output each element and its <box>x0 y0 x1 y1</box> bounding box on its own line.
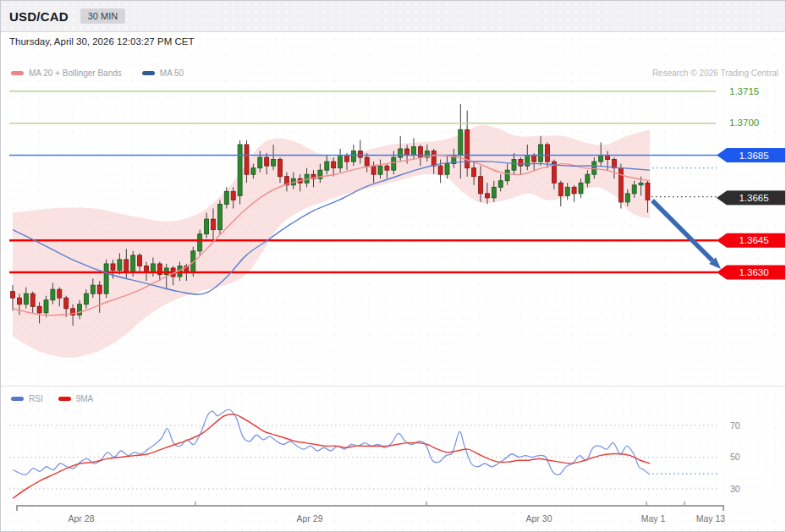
candle-up <box>272 160 276 167</box>
candle-up <box>325 162 329 170</box>
candle-down <box>365 157 369 166</box>
candle-up <box>505 170 509 181</box>
candle-up <box>445 164 449 175</box>
candle-up <box>459 129 463 155</box>
price-tag-1.3645: 1.3645 <box>717 233 786 248</box>
candle-down <box>11 292 15 299</box>
candle-up <box>492 187 496 198</box>
candle-up <box>579 183 583 194</box>
rsi-line <box>13 409 650 474</box>
timeframe-badge[interactable]: 30 MIN <box>80 8 125 24</box>
candle-up <box>625 194 629 202</box>
candle-up <box>151 264 155 272</box>
rsi-9ma-swatch-icon <box>58 397 71 401</box>
svg-text:1.3645: 1.3645 <box>739 235 768 245</box>
rsi-9ma-line <box>13 414 650 499</box>
trading-central-chart-widget: USD/CAD 30 MIN Thursday, April 30, 2026 … <box>0 0 786 532</box>
candle-down <box>124 260 129 272</box>
candle-down <box>64 298 69 309</box>
x-axis-label-apr-29: Apr 29 <box>297 513 323 524</box>
svg-text:1.3665: 1.3665 <box>739 193 768 203</box>
candle-down <box>479 177 483 194</box>
candle-up <box>118 260 122 271</box>
candle-down <box>472 168 476 177</box>
candle-down <box>332 162 336 168</box>
svg-text:1.3630: 1.3630 <box>739 267 768 277</box>
price-tag-1.3685: 1.3685 <box>717 148 786 162</box>
candle-up <box>104 264 108 293</box>
candle-up <box>198 234 202 251</box>
widget-header: USD/CAD 30 MIN <box>1 1 785 32</box>
candle-down <box>212 219 216 230</box>
candle-down <box>572 187 576 194</box>
candle-up <box>498 181 503 188</box>
legend-item-9ma: 9MA <box>58 394 94 403</box>
candle-down <box>646 183 650 200</box>
main-chart-legend: MA 20 + Bollinger Bands MA 50 <box>11 69 184 78</box>
candle-up <box>24 293 28 304</box>
price-label-1.3700: 1.3700 <box>729 118 759 128</box>
bearish-forecast-arrow <box>652 200 721 269</box>
candle-down <box>385 166 389 170</box>
price-label-1.3715: 1.3715 <box>729 86 759 96</box>
candlestick-and-rsi-chart[interactable]: 1.37151.37001.36851.36651.36451.36307050… <box>1 1 786 532</box>
candle-down <box>17 298 21 304</box>
rsi-legend: RSI 9MA <box>11 394 93 403</box>
candle-up <box>398 149 403 157</box>
candle-up <box>238 145 242 195</box>
candle-up <box>351 151 355 162</box>
rsi-swatch-icon <box>11 397 24 401</box>
candle-down <box>37 306 41 313</box>
candle-up <box>78 304 82 315</box>
candle-up <box>592 162 596 174</box>
candle-down <box>30 293 35 306</box>
candle-up <box>539 145 543 162</box>
chart-datetime: Thursday, April 30, 2026 12:03:27 PM CET <box>9 36 194 47</box>
candle-up <box>512 160 516 171</box>
ma50-legend-label: MA 50 <box>160 69 184 78</box>
x-axis-label-apr-28: Apr 28 <box>69 513 95 524</box>
candle-up <box>131 255 135 272</box>
price-tag-1.3630: 1.3630 <box>717 266 786 280</box>
x-axis-label-apr-30: Apr 30 <box>526 513 552 524</box>
candle-down <box>265 157 269 166</box>
candle-down <box>358 151 362 157</box>
candle-down <box>405 149 409 156</box>
candle-down <box>431 151 436 166</box>
ma50-swatch-icon <box>142 71 155 75</box>
legend-item-rsi: RSI <box>11 394 43 403</box>
x-axis-label-may-13: May 13 <box>696 513 726 524</box>
candle-up <box>164 268 168 275</box>
legend-item-ma50: MA 50 <box>142 69 184 78</box>
rsi-legend-label: RSI <box>29 394 43 403</box>
rsi-grid-label-50: 50 <box>730 452 740 462</box>
ma20-bollinger-swatch-icon <box>11 71 24 75</box>
candle-down <box>97 285 102 293</box>
candle-down <box>231 191 235 200</box>
rsi-grid-label-30: 30 <box>730 484 740 494</box>
candle-up <box>251 168 256 175</box>
candle-up <box>44 300 48 313</box>
rsi-grid-label-70: 70 <box>730 420 740 431</box>
candle-down <box>485 194 489 198</box>
ma20-bollinger-legend-label: MA 20 + Bollinger Bands <box>29 69 122 78</box>
candle-down <box>618 168 623 202</box>
candle-up <box>51 289 55 300</box>
candle-down <box>138 255 142 266</box>
candle-up <box>224 191 228 204</box>
candle-up <box>378 166 382 174</box>
candle-up <box>91 285 95 293</box>
legend-item-ma20-bollinger: MA 20 + Bollinger Bands <box>11 69 122 78</box>
candle-up <box>205 219 209 234</box>
candle-down <box>278 160 283 177</box>
candle-up <box>84 293 88 304</box>
svg-text:1.3685: 1.3685 <box>739 151 768 161</box>
candle-down <box>558 183 563 195</box>
candle-down <box>519 160 523 167</box>
candle-up <box>632 185 636 194</box>
symbol-title: USD/CAD <box>9 9 69 24</box>
candle-down <box>345 156 349 162</box>
candle-down <box>371 166 376 174</box>
candle-up <box>639 183 643 185</box>
candle-up <box>599 156 603 162</box>
